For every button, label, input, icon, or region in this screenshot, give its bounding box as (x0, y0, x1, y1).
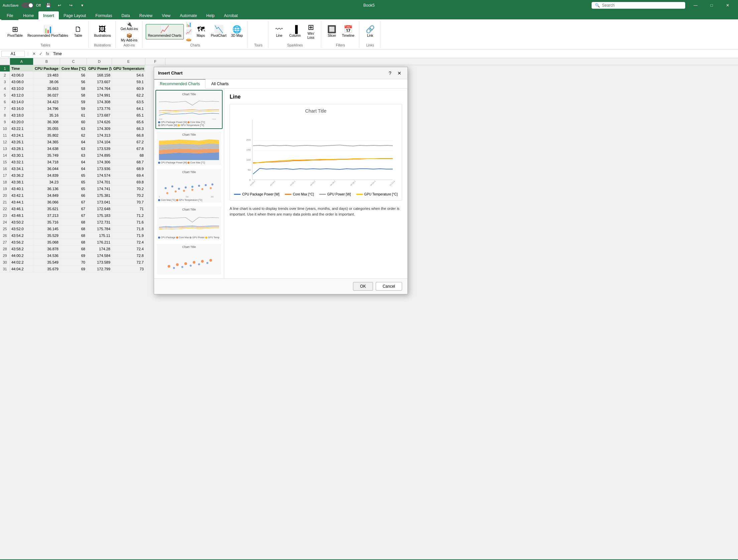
col-header-d[interactable]: D (87, 58, 112, 65)
row-header-7[interactable]: 7 (0, 105, 10, 112)
cell-5-2[interactable]: 58 (60, 92, 87, 99)
cell-16-3[interactable]: 173.936 (87, 165, 112, 172)
cell-12-2[interactable]: 64 (60, 139, 87, 145)
row-header-12[interactable]: 12 (0, 139, 10, 145)
cell-6-2[interactable]: 59 (60, 99, 87, 105)
cell-29-2[interactable]: 69 (60, 252, 87, 259)
cell-12-4[interactable]: 67.2 (112, 139, 145, 145)
tab-page-layout[interactable]: Page Layout (59, 11, 91, 20)
row-header-15[interactable]: 15 (0, 159, 10, 165)
row-header-4[interactable]: 4 (0, 85, 10, 92)
cell-20-3[interactable]: 175.381 (87, 192, 112, 199)
cell-26-4[interactable]: 71.9 (112, 232, 145, 239)
cell-22-2[interactable]: 67 (60, 205, 87, 212)
get-addins-button[interactable]: 🔌 Get Add-ins (119, 21, 139, 31)
cell-23-2[interactable]: 67 (60, 212, 87, 219)
cell-26-1[interactable]: 35.529 (33, 232, 60, 239)
row-header-28[interactable]: 28 (0, 246, 10, 252)
cell-24-0[interactable]: 43:50.2 (10, 219, 33, 226)
formula-function-icon[interactable]: fx (44, 51, 50, 57)
cell-25-1[interactable]: 36.145 (33, 226, 60, 232)
cell-22-3[interactable]: 172.648 (87, 205, 112, 212)
cell-31-3[interactable]: 172.799 (87, 266, 112, 272)
cell-30-0[interactable]: 44:02.2 (10, 259, 33, 266)
cell-31-2[interactable]: 69 (60, 266, 87, 272)
illustrations-button[interactable]: 🖼 Illustrations (92, 24, 113, 39)
cell-17-0[interactable]: 43:36.2 (10, 172, 33, 179)
tab-help[interactable]: Help (202, 11, 219, 20)
cell-25-0[interactable]: 43:52.0 (10, 226, 33, 232)
cell-9-1[interactable]: 36.308 (33, 119, 60, 125)
pie-chart-button[interactable]: 🥧 (184, 36, 193, 42)
cell-11-4[interactable]: 66.8 (112, 132, 145, 139)
tab-automate[interactable]: Automate (175, 11, 202, 20)
cell-29-1[interactable]: 34.536 (33, 252, 60, 259)
cell-12-1[interactable]: 34.365 (33, 139, 60, 145)
cell-22-0[interactable]: 43:46.1 (10, 205, 33, 212)
row-header-5[interactable]: 5 (0, 92, 10, 99)
cell-9-0[interactable]: 43:20.0 (10, 119, 33, 125)
row-header-29[interactable]: 29 (0, 252, 10, 259)
cell-8-0[interactable]: 43:18.0 (10, 112, 33, 119)
col-header-e[interactable]: E (112, 58, 145, 65)
chart-thumbnail-1[interactable]: Chart Title CPU Package Power [W (155, 130, 223, 166)
cell-3-4[interactable]: 59.1 (112, 79, 145, 85)
cell-3-1[interactable]: 38.06 (33, 79, 60, 85)
cell-15-2[interactable]: 64 (60, 159, 87, 165)
cell-4-1[interactable]: 35.663 (33, 85, 60, 92)
cell-14-4[interactable]: 68 (112, 152, 145, 159)
cell-30-2[interactable]: 70 (60, 259, 87, 266)
cell-8-2[interactable]: 61 (60, 112, 87, 119)
row-header-9[interactable]: 9 (0, 119, 10, 125)
tab-review[interactable]: Review (135, 11, 157, 20)
cell-7-3[interactable]: 173.776 (87, 105, 112, 112)
cell-28-1[interactable]: 36.878 (33, 246, 60, 252)
cell-28-4[interactable]: 72.4 (112, 246, 145, 252)
cell-21-1[interactable]: 36.066 (33, 199, 60, 205)
cell-2-1[interactable]: 19.483 (33, 72, 60, 79)
my-addins-button[interactable]: 📦 My Add-ins (119, 32, 139, 43)
cell-21-0[interactable]: 43:44.1 (10, 199, 33, 205)
row-header-16[interactable]: 16 (0, 165, 10, 172)
cell-5-1[interactable]: 36.027 (33, 92, 60, 99)
slicer-button[interactable]: 🔲 Slicer (325, 24, 339, 39)
cell-14-0[interactable]: 43:30.1 (10, 152, 33, 159)
cell-7-0[interactable]: 43:16.0 (10, 105, 33, 112)
cell-8-1[interactable]: 35.16 (33, 112, 60, 119)
cancel-button[interactable]: Cancel (376, 282, 402, 291)
cell-3-0[interactable]: 43:08.0 (10, 79, 33, 85)
cell-10-0[interactable]: 43:22.1 (10, 125, 33, 132)
redo-icon[interactable]: ↪ (66, 2, 76, 9)
tab-recommended-charts[interactable]: Recommended Charts (154, 79, 206, 89)
tab-home[interactable]: Home (18, 11, 38, 20)
cell-24-2[interactable]: 68 (60, 219, 87, 226)
cell-9-4[interactable]: 65.6 (112, 119, 145, 125)
row-header-30[interactable]: 30 (0, 259, 10, 266)
row-header-25[interactable]: 25 (0, 226, 10, 232)
cell-5-3[interactable]: 174.991 (87, 92, 112, 99)
save-icon[interactable]: 💾 (43, 2, 53, 9)
cell-2-2[interactable]: 56 (60, 72, 87, 79)
cell-25-4[interactable]: 71.8 (112, 226, 145, 232)
row-header-8[interactable]: 8 (0, 112, 10, 119)
3d-map-button[interactable]: 🌐 3D Map (229, 24, 245, 39)
cell-28-2[interactable]: 68 (60, 246, 87, 252)
cell-19-1[interactable]: 36.136 (33, 185, 60, 192)
pivot-chart-button[interactable]: 📉 PivotChart (209, 24, 229, 39)
cell-23-3[interactable]: 175.183 (87, 212, 112, 219)
cell-22-1[interactable]: 35.621 (33, 205, 60, 212)
cell-26-0[interactable]: 43:54.2 (10, 232, 33, 239)
cell-11-2[interactable]: 62 (60, 132, 87, 139)
cell-28-0[interactable]: 43:58.2 (10, 246, 33, 252)
cell-12-3[interactable]: 174.104 (87, 139, 112, 145)
bar-chart-button[interactable]: 📊 (184, 21, 193, 28)
cell-26-2[interactable]: 68 (60, 232, 87, 239)
row-header-22[interactable]: 22 (0, 205, 10, 212)
cell-24-1[interactable]: 35.716 (33, 219, 60, 226)
row-header-14[interactable]: 14 (0, 152, 10, 159)
cell-27-0[interactable]: 43:56.2 (10, 239, 33, 246)
pivot-table-button[interactable]: ⊞ PivotTable (5, 24, 25, 39)
row-header-20[interactable]: 20 (0, 192, 10, 199)
row-header-11[interactable]: 11 (0, 132, 10, 139)
tab-view[interactable]: View (157, 11, 175, 20)
